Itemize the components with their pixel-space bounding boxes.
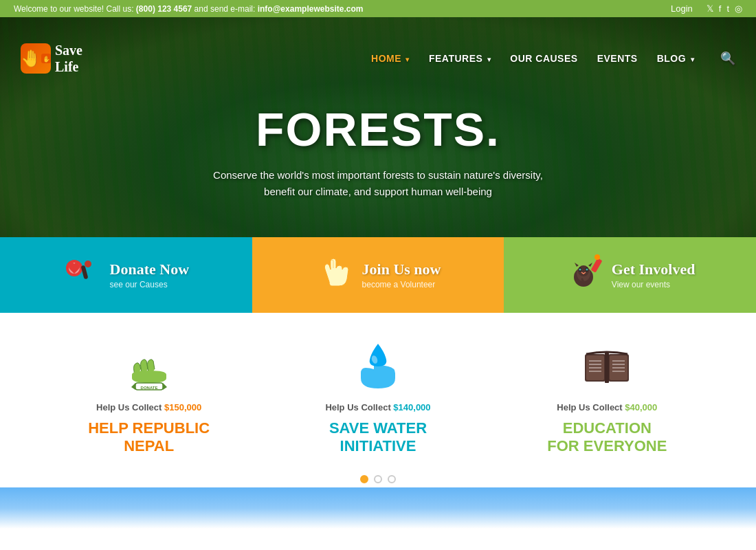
svg-point-5	[85, 261, 91, 267]
topbar-right: Login 𝕏 f t ◎	[671, 3, 742, 14]
svg-point-12	[586, 269, 588, 271]
donate-icon	[63, 253, 100, 297]
logo-text: SaveLife	[55, 42, 82, 75]
cta-strip: Donate Now see our Causes Join Us now be…	[0, 237, 756, 313]
nav-item-blog[interactable]: BLOG ▾	[657, 52, 694, 65]
water-icon	[351, 340, 405, 395]
carousel-dots	[0, 471, 756, 487]
get-involved-sub-text: View our events	[612, 280, 696, 289]
tumblr-icon[interactable]: t	[726, 3, 729, 14]
cause-card-education[interactable]: Help Us Collect $40,000 EDUCATION FOR EV…	[500, 340, 715, 456]
cause-title-nepal: HELP REPUBLIC NEPAL	[88, 419, 210, 456]
nav-search[interactable]: 🔍	[713, 51, 735, 66]
nav-item-home[interactable]: HOME ▾	[371, 52, 410, 65]
navbar: ✋ SaveLife HOME ▾ FEATURES ▾ OUR CAUSES …	[0, 35, 756, 82]
carousel-dot-2[interactable]	[374, 475, 382, 483]
cause-collect-water: Help Us Collect $140,000	[325, 402, 430, 412]
nav-item-causes[interactable]: OUR CAUSES	[510, 52, 577, 65]
svg-rect-13	[590, 258, 601, 272]
facebook-icon[interactable]: f	[719, 3, 722, 14]
donate-now-button[interactable]: Donate Now see our Causes	[0, 237, 252, 313]
nav-item-events[interactable]: EVENTS	[597, 52, 638, 65]
donate-text-block: Donate Now see our Causes	[110, 261, 190, 289]
hero-subtitle: Conserve the world's most important fore…	[213, 167, 543, 200]
nav-item-features[interactable]: FEATURES ▾	[429, 52, 491, 65]
get-involved-button[interactable]: Get Involved View our events	[504, 237, 756, 313]
hand-wave-icon	[315, 253, 353, 290]
cat-involved-icon	[565, 253, 602, 290]
hero-content: FORESTS. Conserve the world's most impor…	[199, 89, 557, 214]
donate-main-text: Donate Now	[110, 261, 190, 278]
nepal-donate-icon: DONATE	[122, 340, 177, 395]
twitter-icon[interactable]: 𝕏	[707, 3, 713, 14]
get-involved-main-text: Get Involved	[612, 261, 696, 278]
topbar-email[interactable]: info@examplewebsite.com	[258, 4, 364, 14]
logo-icon: ✋	[21, 43, 51, 74]
svg-text:✋: ✋	[43, 55, 51, 63]
join-text-block: Join Us now become a Volunteer	[362, 261, 441, 289]
top-bar: Welcome to our website! Call us: (800) 1…	[0, 0, 756, 17]
heart-donate-icon	[63, 253, 100, 290]
logo[interactable]: ✋ SaveLife	[21, 42, 82, 75]
carousel-dot-3[interactable]	[388, 475, 396, 483]
cause-title-education: EDUCATION FOR EVERYONE	[547, 419, 667, 456]
svg-point-11	[579, 269, 581, 271]
cause-card-nepal[interactable]: DONATE Help Us Collect $150,000 HELP REP…	[41, 340, 256, 456]
bottom-sky-strip	[0, 487, 756, 529]
join-sub-text: become a Volunteer	[362, 280, 441, 289]
nav-links: HOME ▾ FEATURES ▾ OUR CAUSES EVENTS BLOG…	[371, 51, 735, 66]
carousel-dot-1[interactable]	[360, 475, 368, 483]
svg-text:DONATE: DONATE	[140, 386, 157, 390]
education-icon	[579, 340, 634, 395]
cause-title-water: SAVE WATER INITIATIVE	[329, 419, 427, 456]
login-link[interactable]: Login	[671, 3, 693, 14]
topbar-message: Welcome to our website! Call us: (800) 1…	[14, 4, 363, 14]
logo-hand-icon: ✋	[41, 49, 51, 68]
cause-collect-nepal: Help Us Collect $150,000	[96, 402, 201, 412]
cause-collect-education: Help Us Collect $40,000	[557, 402, 657, 412]
svg-point-14	[594, 254, 600, 260]
svg-rect-30	[605, 353, 609, 383]
topbar-phone[interactable]: (800) 123 4567	[136, 4, 192, 14]
causes-section: DONATE Help Us Collect $150,000 HELP REP…	[0, 313, 756, 471]
instagram-icon[interactable]: ◎	[735, 3, 742, 14]
donate-sub-text: see our Causes	[110, 280, 190, 289]
cause-card-water[interactable]: Help Us Collect $140,000 SAVE WATER INIT…	[270, 340, 485, 456]
join-main-text: Join Us now	[362, 261, 441, 278]
join-icon	[315, 253, 353, 297]
get-involved-text-block: Get Involved View our events	[612, 261, 696, 289]
hero-title: FORESTS.	[213, 102, 543, 156]
join-us-button[interactable]: Join Us now become a Volunteer	[252, 237, 504, 313]
hero-section: ✋ SaveLife HOME ▾ FEATURES ▾ OUR CAUSES …	[0, 17, 756, 313]
get-involved-icon	[565, 253, 602, 297]
